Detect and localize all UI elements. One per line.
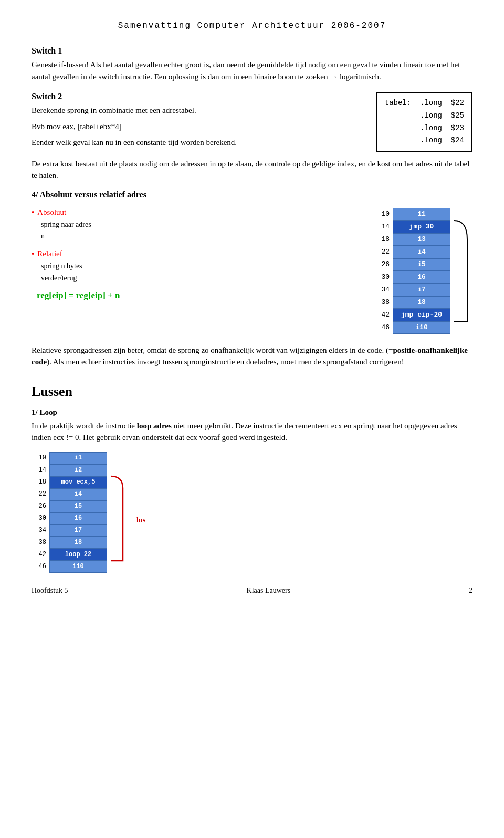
jump-addr: 26	[374, 260, 390, 268]
jump-cell: i10	[393, 321, 450, 334]
absoluut-sub2: n	[41, 231, 363, 242]
loop-addr: 14	[32, 466, 46, 474]
jump-row: 42jmp eip-20	[374, 309, 450, 321]
jump-addr: 10	[374, 210, 390, 218]
absoluut-bullet: •	[32, 208, 34, 217]
switch2-text3: Eender welk geval kan nu in een constant…	[32, 137, 361, 149]
loop-bold: loop adres	[137, 422, 172, 430]
jump-row: 10i1	[374, 208, 450, 221]
relatief-item: • Relatief	[32, 249, 363, 258]
loop-cell: loop 22	[49, 549, 107, 561]
loop-addr: 22	[32, 490, 46, 498]
loop-brace-svg	[108, 452, 132, 573]
absoluut-subtext: spring naar adres n	[41, 219, 363, 243]
loop-cell: i10	[49, 561, 107, 573]
relatief-bullet: •	[32, 249, 34, 258]
jump-row: 18i3	[374, 233, 450, 246]
loop-cell: i5	[49, 500, 107, 512]
loop-row: 34i7	[32, 525, 107, 537]
loop-row: 30i6	[32, 512, 107, 525]
jump-cell: i3	[393, 233, 450, 246]
jump-cell: jmp 30	[393, 221, 450, 233]
loop-row: 22i4	[32, 488, 107, 500]
abs-rel-heading: 4/ Absoluut versus relatief adres	[32, 190, 472, 200]
jump-row: 34i7	[374, 284, 450, 296]
jump-brace-svg	[452, 208, 472, 334]
switch2-layout: Switch 2 Berekende sprong in combinatie …	[32, 92, 472, 153]
loop-addr: 42	[32, 551, 46, 558]
switch2-section: Switch 2 Berekende sprong in combinatie …	[32, 92, 472, 182]
relatief-sub2: verder/terug	[41, 273, 363, 284]
lus-label: lus	[136, 516, 145, 525]
jump-row: 22i4	[374, 246, 450, 258]
loop-cell: i6	[49, 512, 107, 525]
switch2-codebox: tabel: .long $22 .long $25 .long $23 .lo…	[376, 92, 472, 152]
jump-diagram-container: 10i114jmp 3018i322i426i530i634i738i842jm…	[374, 208, 472, 334]
absoluut-item: • Absoluut	[32, 208, 363, 217]
loop-text1: In de praktijk wordt de instructie	[32, 422, 137, 430]
loop-cell: i1	[49, 452, 107, 464]
jump-addr: 30	[374, 273, 390, 281]
loop-row: 42loop 22	[32, 549, 107, 561]
loop-addr: 26	[32, 502, 46, 510]
jump-addr: 46	[374, 323, 390, 331]
loop-cell: i8	[49, 537, 107, 549]
jump-addr: 18	[374, 235, 390, 243]
jump-row: 26i5	[374, 258, 450, 271]
jump-cell: i5	[393, 258, 450, 271]
loop-row: 46i10	[32, 561, 107, 573]
loop-section: 1/ Loop In de praktijk wordt de instruct…	[32, 408, 472, 444]
abs-rel-layout: • Absoluut spring naar adres n • Relatie…	[32, 208, 472, 334]
loop-row: 26i5	[32, 500, 107, 512]
switch2-text: Switch 2 Berekende sprong in combinatie …	[32, 92, 361, 153]
loop-addr: 46	[32, 563, 46, 570]
relatief-sub1: spring n bytes	[41, 260, 363, 272]
jump-cell: i6	[393, 271, 450, 284]
footer-center: Klaas Lauwers	[247, 586, 291, 595]
loop-diagram: 10i114i218mov ecx,522i426i530i634i738i84…	[32, 452, 472, 573]
loop-addr: 18	[32, 478, 46, 486]
jump-cell: i8	[393, 296, 450, 309]
loop-cell: i7	[49, 525, 107, 537]
absoluut-label: Absoluut	[37, 208, 66, 217]
loop-row: 10i1	[32, 452, 107, 464]
lussen-heading: Lussen	[32, 384, 472, 400]
jump-cell: i1	[393, 208, 450, 221]
page-title: Samenvatting Computer Architectuur 2006-…	[32, 21, 472, 30]
switch1-text: Geneste if-lussen! Als het aantal gevall…	[32, 59, 472, 82]
loop-cell: mov ecx,5	[49, 476, 107, 488]
loop-heading: 1/ Loop	[32, 408, 472, 417]
relatief-subtext: spring n bytes verder/terug	[41, 260, 363, 284]
rel-para: Relatieve sprongadressen zijn beter, omd…	[32, 344, 472, 368]
absoluut-sub1: spring naar adres	[41, 219, 363, 231]
loop-text: In de praktijk wordt de instructie loop …	[32, 420, 472, 444]
switch2-text2: Bvb mov eax, [tabel+ebx*4]	[32, 121, 361, 133]
switch2-heading: Switch 2	[32, 92, 361, 101]
switch2-extra: De extra kost bestaat uit de plaats nodi…	[32, 158, 472, 182]
switch1-heading: Switch 1	[32, 46, 472, 56]
loop-cell: i4	[49, 488, 107, 500]
loop-table-wrapper: 10i114i218mov ecx,522i426i530i634i738i84…	[32, 452, 145, 573]
switch2-text1: Berekende sprong in combinatie met een a…	[32, 104, 361, 117]
jump-addr: 14	[374, 223, 390, 231]
footer-left: Hoofdstuk 5	[32, 586, 68, 595]
rel-text2: ). Als men echter instructies invoegt tu…	[47, 358, 404, 366]
loop-addr: 34	[32, 527, 46, 534]
jump-row: 46i10	[374, 321, 450, 334]
jump-row: 30i6	[374, 271, 450, 284]
loop-row: 38i8	[32, 537, 107, 549]
reg-formula: reg[eip] = reg[eip] + n	[37, 290, 363, 301]
jump-addr: 38	[374, 298, 390, 306]
footer-page: 2	[469, 586, 472, 595]
jump-table: 10i114jmp 3018i322i426i530i634i738i842jm…	[374, 208, 450, 334]
loop-addr: 10	[32, 454, 46, 462]
loop-addr: 30	[32, 515, 46, 522]
loop-addr: 38	[32, 539, 46, 546]
jump-addr: 34	[374, 286, 390, 294]
jump-cell: jmp eip-20	[393, 309, 450, 321]
jump-cell: i4	[393, 246, 450, 258]
footer: Hoofdstuk 5 Klaas Lauwers 2	[32, 586, 472, 595]
loop-cell: i2	[49, 464, 107, 476]
jump-cell: i7	[393, 284, 450, 296]
switch1-section: Switch 1 Geneste if-lussen! Als het aant…	[32, 46, 472, 82]
